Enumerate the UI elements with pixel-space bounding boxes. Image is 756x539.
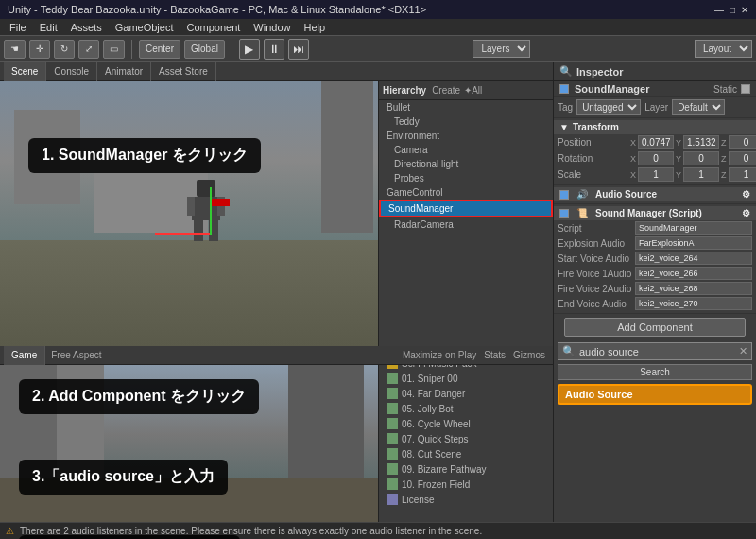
- sm-explosion-value[interactable]: FarExplosionA: [635, 236, 752, 250]
- hierarchy-probes[interactable]: Probes: [379, 171, 553, 185]
- maximize-on-play-btn[interactable]: Maximize on Play: [399, 350, 480, 360]
- move-tool-btn[interactable]: ✛: [29, 40, 50, 59]
- project-license[interactable]: License: [379, 492, 553, 507]
- active-checkbox[interactable]: [559, 84, 569, 94]
- audio-source-checkbox[interactable]: [559, 190, 569, 200]
- rotation-z[interactable]: [729, 151, 756, 165]
- hierarchy-search[interactable]: ✦All: [464, 85, 482, 96]
- hierarchy-create-btn[interactable]: Create: [432, 85, 460, 96]
- sm-start-voice-value[interactable]: kei2_voice_264: [635, 252, 752, 265]
- tab-game[interactable]: Game: [4, 346, 45, 365]
- pause-btn[interactable]: ⏸: [264, 39, 284, 60]
- scale-y[interactable]: [683, 167, 719, 182]
- rect-tool-btn[interactable]: ▭: [103, 40, 125, 59]
- sm-checkbox[interactable]: [559, 209, 569, 218]
- transform-section: ▼ Transform Position X Y Z Rotation X Y …: [554, 118, 756, 185]
- menu-help[interactable]: Help: [298, 19, 331, 36]
- stats-btn[interactable]: Stats: [480, 350, 509, 360]
- y-axis: [210, 187, 212, 235]
- hierarchy-gamecontrol[interactable]: GameControl: [379, 185, 553, 200]
- audio-source-header[interactable]: 🔊 Audio Source ⚙: [554, 187, 756, 201]
- hierarchy-soundmanager[interactable]: SoundManager: [379, 200, 553, 217]
- position-x[interactable]: [638, 135, 674, 149]
- sound-manager-header[interactable]: 📜 Sound Manager (Script) ⚙: [554, 206, 756, 220]
- step-btn[interactable]: ⏭: [288, 39, 309, 60]
- layer-label: Layer: [644, 102, 668, 113]
- component-search-input[interactable]: [579, 346, 739, 357]
- gizmos-game-btn[interactable]: Gizmos: [509, 350, 549, 360]
- add-component-btn[interactable]: Add Component: [564, 318, 747, 337]
- project-cycle-wheel[interactable]: 06. Cycle Wheel: [379, 416, 553, 431]
- project-quick-steps[interactable]: 07. Quick Steps: [379, 431, 553, 446]
- global-btn[interactable]: Global: [184, 40, 225, 59]
- scale-z[interactable]: [729, 167, 756, 182]
- static-checkbox[interactable]: [741, 84, 750, 94]
- menu-gameobject[interactable]: GameObject: [110, 19, 180, 36]
- component-name-row: SoundManager Static: [554, 81, 756, 97]
- position-z[interactable]: [729, 135, 756, 149]
- search-results-header: Search: [558, 364, 752, 380]
- folder-icon: [387, 365, 398, 369]
- play-btn[interactable]: ▶: [239, 39, 260, 60]
- tab-console[interactable]: Console: [46, 62, 97, 81]
- project-sniper[interactable]: 01. Sniper 00: [379, 371, 553, 386]
- sm-script-label: Script: [558, 223, 633, 234]
- sm-fire2-value[interactable]: kei2_voice_268: [635, 282, 752, 295]
- hierarchy-radarcamera[interactable]: RadarCamera: [379, 217, 553, 232]
- project-frozen[interactable]: 10. Frozen Field: [379, 477, 553, 492]
- project-panel: Project Create Materials Prefabs P: [378, 365, 553, 522]
- center-btn[interactable]: Center: [139, 40, 180, 59]
- hierarchy-bullet[interactable]: Bullet: [379, 100, 553, 114]
- minimize-btn[interactable]: —: [714, 5, 724, 15]
- hierarchy-teddy[interactable]: Teddy: [379, 114, 553, 129]
- project-jolly-bot[interactable]: 05. Jolly Bot: [379, 401, 553, 416]
- layout-dropdown[interactable]: Layout: [695, 40, 752, 58]
- scale-tool-btn[interactable]: ⤢: [78, 40, 99, 59]
- menu-file[interactable]: File: [4, 19, 32, 36]
- layer-dropdown[interactable]: Default: [672, 99, 725, 115]
- maximize-btn[interactable]: □: [730, 5, 735, 15]
- rotate-tool-btn[interactable]: ↻: [54, 40, 75, 59]
- search-clear-icon[interactable]: ✕: [739, 345, 747, 357]
- hand-tool-btn[interactable]: ☚: [4, 40, 26, 59]
- hierarchy-environment[interactable]: Environment: [379, 129, 553, 143]
- game-free-aspect[interactable]: Free Aspect: [45, 350, 107, 360]
- audio-source-gear-icon[interactable]: ⚙: [742, 189, 750, 200]
- project-cut-scene[interactable]: 08. Cut Scene: [379, 446, 553, 461]
- tag-dropdown[interactable]: Untagged: [576, 99, 641, 115]
- project-bizarre[interactable]: 09. Bizarre Pathway: [379, 461, 553, 477]
- hierarchy-directional[interactable]: Directional light: [379, 157, 553, 171]
- tab-asset-store[interactable]: Asset Store: [151, 62, 216, 81]
- menu-component[interactable]: Component: [180, 19, 246, 36]
- search-btn[interactable]: Search: [558, 364, 752, 380]
- instruction-step2: 2. Add Component をクリック: [19, 379, 259, 414]
- tab-scene[interactable]: Scene: [4, 62, 46, 81]
- menu-window[interactable]: Window: [248, 19, 296, 36]
- sm-explosion-label: Explosion Audio: [558, 238, 633, 249]
- window-controls[interactable]: — □ ✕: [714, 5, 748, 15]
- scale-x[interactable]: [638, 167, 674, 182]
- sm-fire1-value[interactable]: kei2_voice_266: [635, 267, 752, 280]
- layers-dropdown[interactable]: Layers: [472, 40, 530, 58]
- svg-rect-4: [194, 220, 203, 241]
- audio-source-result[interactable]: Audio Source: [558, 384, 752, 405]
- sm-script-value[interactable]: SoundManager: [635, 221, 752, 235]
- svg-rect-2: [187, 197, 195, 216]
- audio-icon: [387, 418, 398, 429]
- tab-animator[interactable]: Animator: [97, 62, 151, 81]
- rotation-y[interactable]: [683, 151, 719, 165]
- character-figure: [182, 180, 230, 246]
- hierarchy-camera[interactable]: Camera: [379, 143, 553, 157]
- transform-header[interactable]: ▼ Transform: [554, 120, 756, 134]
- project-far-danger[interactable]: 04. Far Danger: [379, 386, 553, 401]
- menu-assets[interactable]: Assets: [65, 19, 108, 36]
- position-y[interactable]: [683, 135, 719, 149]
- sep1: [131, 40, 132, 59]
- close-btn[interactable]: ✕: [741, 5, 748, 15]
- rotation-x[interactable]: [638, 151, 674, 165]
- sm-gear-icon[interactable]: ⚙: [742, 208, 750, 218]
- menu-edit[interactable]: Edit: [34, 19, 63, 36]
- position-label: Position: [558, 137, 628, 148]
- sm-end-voice-value[interactable]: kei2_voice_270: [635, 297, 752, 310]
- scene-background: Hierarchy Create ✦All Bullet Teddy Envir…: [0, 81, 553, 346]
